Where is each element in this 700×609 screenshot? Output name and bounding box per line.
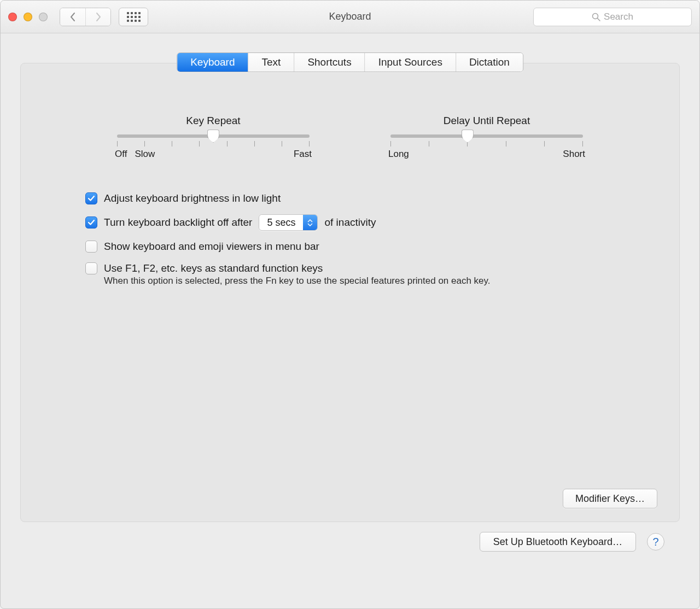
search-icon: [592, 13, 600, 21]
label-fn-keys: Use F1, F2, etc. keys as standard functi…: [104, 262, 323, 274]
select-stepper-icon: [303, 215, 317, 230]
option-show-viewers: Show keyboard and emoji viewers in menu …: [85, 241, 657, 253]
zoom-button[interactable]: [39, 13, 48, 21]
delay-slider[interactable]: [390, 134, 583, 138]
preferences-window: Keyboard Search Keyboard Text Shortcuts …: [0, 0, 700, 609]
close-button[interactable]: [8, 13, 17, 21]
sliders-row: Key Repeat Off Slow Fast: [43, 115, 657, 160]
delay-label: Delay Until Repeat: [388, 115, 585, 127]
titlebar: Keyboard Search: [1, 1, 699, 33]
forward-button[interactable]: [85, 8, 110, 26]
bottom-bar: Set Up Bluetooth Keyboard… ?: [20, 522, 680, 552]
main-panel: Keyboard Text Shortcuts Input Sources Di…: [20, 63, 680, 522]
checkbox-backlight-off[interactable]: [85, 216, 97, 229]
option-fn-keys: Use F1, F2, etc. keys as standard functi…: [85, 262, 657, 274]
hint-fn-keys: When this option is selected, press the …: [104, 276, 657, 286]
window-controls: [8, 13, 48, 21]
delay-ticks: [390, 141, 583, 147]
search-input[interactable]: Search: [533, 8, 692, 26]
tab-text[interactable]: Text: [248, 53, 294, 72]
content: Keyboard Text Shortcuts Input Sources Di…: [1, 33, 699, 568]
label-brightness: Adjust keyboard brightness in low light: [104, 192, 281, 204]
backlight-timeout-select[interactable]: 5 secs: [259, 214, 318, 231]
key-repeat-endlabels: Off Slow Fast: [115, 149, 312, 160]
key-repeat-thumb[interactable]: [207, 130, 219, 143]
tab-dictation[interactable]: Dictation: [456, 53, 523, 72]
svg-line-1: [598, 18, 600, 21]
option-backlight-off: Turn keyboard backlight off after 5 secs…: [85, 214, 657, 231]
options-list: Adjust keyboard brightness in low light …: [43, 192, 657, 286]
help-button[interactable]: ?: [647, 533, 664, 551]
checkbox-fn-keys[interactable]: [85, 262, 97, 274]
key-repeat-slider[interactable]: [117, 134, 310, 138]
tab-keyboard[interactable]: Keyboard: [177, 53, 248, 72]
label-backlight-after: of inactivity: [324, 216, 376, 229]
label-show-viewers: Show keyboard and emoji viewers in menu …: [104, 241, 319, 253]
grid-icon: [127, 12, 141, 22]
delay-endlabels: Long Short: [388, 149, 585, 160]
search-placeholder: Search: [604, 11, 633, 22]
delay-slider-box: Delay Until Repeat Long Short: [388, 115, 585, 160]
option-brightness: Adjust keyboard brightness in low light: [85, 192, 657, 204]
tab-input-sources[interactable]: Input Sources: [365, 53, 456, 72]
key-repeat-label: Key Repeat: [115, 115, 312, 127]
tab-shortcuts[interactable]: Shortcuts: [294, 53, 364, 72]
bluetooth-keyboard-button[interactable]: Set Up Bluetooth Keyboard…: [480, 532, 636, 552]
delay-thumb[interactable]: [462, 130, 474, 143]
key-repeat-slider-box: Key Repeat Off Slow Fast: [115, 115, 312, 160]
tab-bar: Keyboard Text Shortcuts Input Sources Di…: [177, 52, 523, 72]
label-backlight-before: Turn keyboard backlight off after: [104, 216, 252, 229]
minimize-button[interactable]: [24, 13, 32, 21]
modifier-keys-button[interactable]: Modifier Keys…: [563, 489, 657, 508]
backlight-timeout-value: 5 secs: [259, 215, 303, 230]
back-button[interactable]: [60, 8, 85, 26]
nav-buttons: [60, 8, 111, 26]
show-all-button[interactable]: [119, 8, 148, 26]
checkbox-brightness[interactable]: [85, 192, 97, 204]
checkbox-show-viewers[interactable]: [85, 241, 97, 253]
